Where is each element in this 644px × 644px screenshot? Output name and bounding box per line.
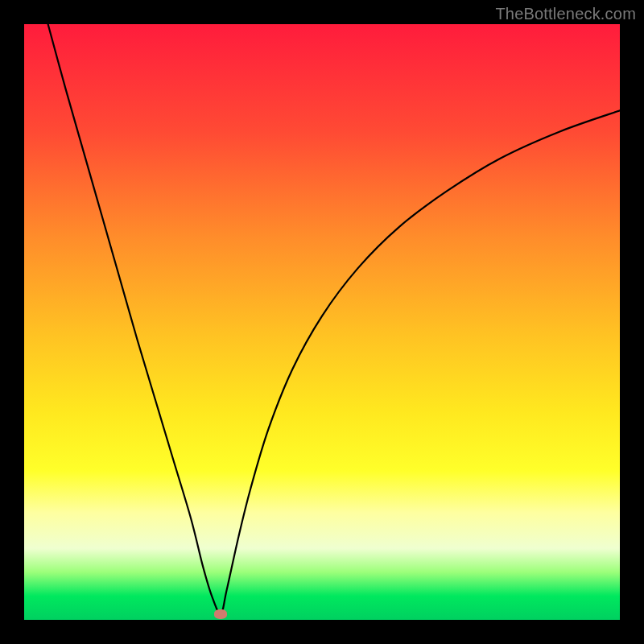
curve-svg [24,24,620,620]
watermark-text: TheBottleneck.com [495,5,636,23]
plot-area [24,24,620,620]
bottleneck-curve [48,24,620,614]
outer-frame: TheBottleneck.com [0,0,644,644]
minimum-marker [214,609,227,619]
